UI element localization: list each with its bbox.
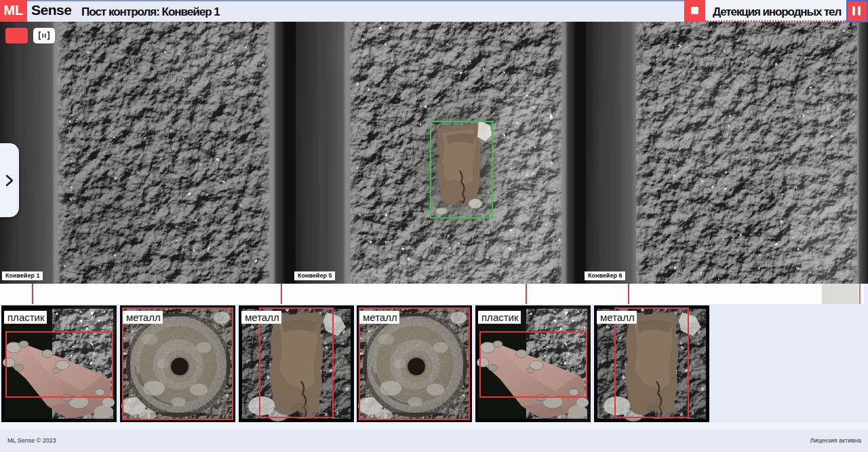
svg-text:пластик: пластик (7, 312, 45, 323)
svg-text:металл: металл (126, 312, 161, 323)
svg-text:металл: металл (245, 312, 279, 323)
